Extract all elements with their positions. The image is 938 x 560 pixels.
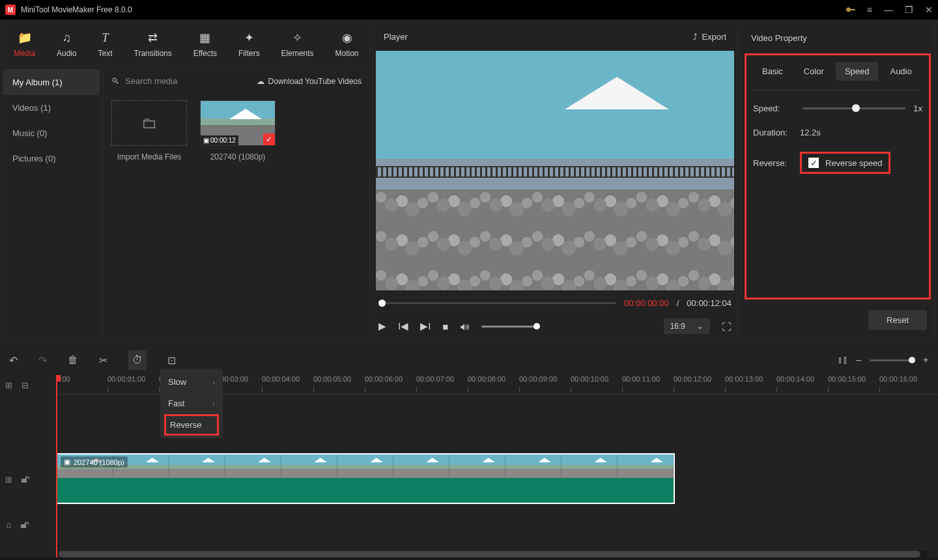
import-label: Import Media Files xyxy=(117,152,182,161)
fullscreen-button[interactable]: ⛶ xyxy=(722,321,732,332)
sidebar-music[interactable]: Music (0) xyxy=(3,120,100,146)
add-track-icon[interactable]: ⊞ xyxy=(5,380,12,390)
property-body: Basic Color Speed Audio Speed: 1x Durati… xyxy=(745,53,931,300)
tab-basic[interactable]: Basic xyxy=(753,62,792,81)
toolbar-effects[interactable]: ▦Effects xyxy=(187,28,223,61)
ruler-tick: 00:00:07:00 xyxy=(416,375,454,383)
ruler-tick: 00:00:04:00 xyxy=(262,375,300,383)
zoom-in-button[interactable]: + xyxy=(923,354,929,366)
ruler-tick: 00:00:09:00 xyxy=(519,375,557,383)
toolbar-filters[interactable]: ✦Filters xyxy=(232,28,266,61)
tab-audio[interactable]: Audio xyxy=(881,62,920,81)
music-icon: ♫ xyxy=(63,31,72,45)
ruler-tick: 00:00:01:00 xyxy=(107,375,145,383)
ruler-tick: 00:00:05:00 xyxy=(313,375,351,383)
player-preview[interactable] xyxy=(376,51,734,290)
split-button[interactable]: ✂︎ xyxy=(99,354,107,367)
elements-icon: ✧ xyxy=(292,31,302,45)
lock-icon[interactable]: 🔓︎ xyxy=(21,475,30,484)
ruler-tick: 00:00:06:00 xyxy=(365,375,403,383)
speed-menu-fast[interactable]: Fast› xyxy=(160,393,223,414)
ruler-tick: 00:00:11:00 xyxy=(622,375,660,383)
search-icon: 🔍︎ xyxy=(111,76,120,86)
toolbar-elements[interactable]: ✧Elements xyxy=(275,28,320,61)
aspect-ratio-select[interactable]: 16:9⌄ xyxy=(664,318,710,334)
folder-icon: 📁 xyxy=(18,31,32,45)
timeline-scrollbar[interactable] xyxy=(59,551,929,557)
undo-button[interactable]: ↶ xyxy=(9,354,18,367)
tab-speed[interactable]: Speed xyxy=(836,62,879,81)
filters-icon: ✦ xyxy=(244,31,254,45)
chevron-right-icon: › xyxy=(212,400,215,408)
toolbar-media[interactable]: 📁Media xyxy=(7,28,42,61)
reset-button[interactable]: Reset xyxy=(868,310,927,330)
close-icon[interactable]: ✕ xyxy=(925,5,933,15)
stop-button[interactable]: ■ xyxy=(442,321,448,332)
effects-icon: ▦ xyxy=(199,31,210,45)
speed-menu-slow[interactable]: Slow› xyxy=(160,371,223,393)
toolbar-audio[interactable]: ♫Audio xyxy=(50,29,83,61)
play-button[interactable]: ▶ xyxy=(378,320,386,332)
key-icon[interactable]: 🔑︎ xyxy=(846,5,855,15)
ruler-tick: 00:00:14:00 xyxy=(776,375,814,383)
playhead[interactable] xyxy=(56,375,57,557)
volume-icon[interactable]: 🔊︎ xyxy=(460,321,470,332)
titlebar: M MiniTool MovieMaker Free 8.0.0 🔑︎ ≡ ― … xyxy=(0,0,938,20)
reverse-speed-checkbox[interactable]: ✓ Reverse speed xyxy=(800,152,890,174)
audio-track-icon[interactable]: ♫ xyxy=(5,520,12,530)
clip-icon: ▣ xyxy=(64,458,70,466)
ruler-tick: 00:00:10:00 xyxy=(571,375,608,383)
download-youtube-button[interactable]: ☁ Download YouTube Videos xyxy=(257,77,362,86)
lock-icon[interactable]: 🔓︎ xyxy=(21,520,29,530)
speed-menu-reverse[interactable]: Reverse xyxy=(164,414,219,436)
video-track-icon[interactable]: ⊞ xyxy=(5,475,12,484)
time-total: 00:00:12:04 xyxy=(687,298,732,308)
collapse-track-icon[interactable]: ⊟ xyxy=(21,380,29,390)
speed-slider[interactable] xyxy=(803,107,905,109)
property-title: Video Property xyxy=(741,23,935,49)
speed-menu-button[interactable]: ⏱︎ xyxy=(128,350,147,370)
sidebar-pictures[interactable]: Pictures (0) xyxy=(3,146,100,171)
toolbar-transitions[interactable]: ⇄Transitions xyxy=(128,28,178,61)
prev-frame-button[interactable]: I◀ xyxy=(398,320,408,332)
cloud-download-icon: ☁ xyxy=(257,77,264,86)
zoom-out-button[interactable]: – xyxy=(856,354,862,366)
marker-icon[interactable]: ⫾⫿ xyxy=(838,354,848,366)
ruler-tick: 00:00:13:00 xyxy=(725,375,763,383)
minimize-icon[interactable]: ― xyxy=(884,5,893,15)
export-button[interactable]: ⤴ Export xyxy=(693,32,726,42)
speed-label: Speed: xyxy=(753,104,800,113)
speed-dropdown-menu: Slow› Fast› Reverse xyxy=(160,369,223,438)
toolbar-text[interactable]: TText xyxy=(92,29,119,61)
duration-label: Duration: xyxy=(753,128,800,137)
ruler-tick: 00:00:16:00 xyxy=(879,375,917,383)
delete-button[interactable]: 🗑︎ xyxy=(68,354,78,366)
check-icon: ✓ xyxy=(263,133,275,145)
sidebar-videos[interactable]: Videos (1) xyxy=(3,95,100,120)
ruler-tick: 00:00:15:00 xyxy=(828,375,866,383)
app-title: MiniTool MovieMaker Free 8.0.0 xyxy=(21,5,846,14)
redo-button[interactable]: ↷ xyxy=(38,354,47,367)
media-sidebar: My Album (1) Videos (1) Music (0) Pictur… xyxy=(3,69,100,343)
next-frame-button[interactable]: ▶I xyxy=(420,320,431,332)
toolbar-motion[interactable]: ◉Motion xyxy=(329,28,365,61)
media-clip-thumbnail[interactable]: ▣00:00:12 ✓ xyxy=(200,100,276,146)
zoom-slider[interactable] xyxy=(870,359,915,361)
tab-color[interactable]: Color xyxy=(795,62,833,81)
volume-slider[interactable] xyxy=(481,326,540,328)
timeline-clip[interactable]: ▣202740 (1080p) xyxy=(56,453,675,504)
maximize-icon[interactable]: ❐ xyxy=(905,5,913,15)
time-current: 00:00:00:00 xyxy=(624,298,669,308)
sidebar-my-album[interactable]: My Album (1) xyxy=(3,70,100,95)
player-progress-bar[interactable] xyxy=(378,302,616,304)
menu-icon[interactable]: ≡ xyxy=(867,5,872,15)
media-clip-name: 202740 (1080p) xyxy=(210,152,266,161)
crop-button[interactable]: ⊡ xyxy=(167,354,176,367)
transitions-icon: ⇄ xyxy=(148,31,158,45)
ruler-tick: 00:00:12:00 xyxy=(674,375,711,383)
search-input[interactable]: 🔍︎ Search media xyxy=(111,76,251,86)
video-icon: ▣ xyxy=(203,137,209,144)
main-toolbar: 📁Media ♫Audio TText ⇄Transitions ▦Effect… xyxy=(3,22,370,66)
motion-icon: ◉ xyxy=(342,31,352,45)
import-media-button[interactable]: 🗀 xyxy=(111,100,187,146)
